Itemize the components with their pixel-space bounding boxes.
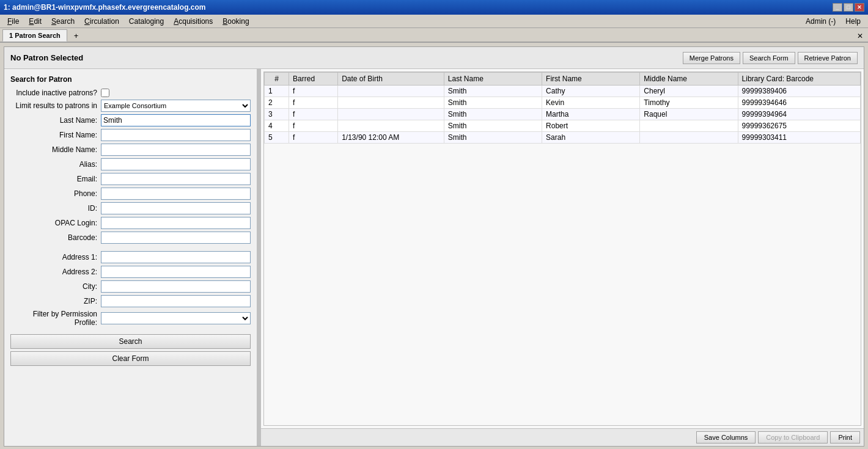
menu-help[interactable]: Help — [840, 16, 866, 27]
header-buttons: Merge Patrons Search Form Retrieve Patro… — [683, 52, 858, 64]
cell-middlename — [640, 120, 738, 132]
permission-profile-row: Filter by Permission Profile: — [10, 310, 251, 327]
last-name-label: Last Name: — [10, 116, 101, 125]
table-row[interactable]: 1fSmithCathyCheryl99999389406 — [265, 86, 861, 97]
table-row[interactable]: 2fSmithKevinTimothy99999394646 — [265, 97, 861, 109]
limit-results-select[interactable]: Example Consortium — [101, 100, 251, 112]
col-header-firstname: First Name — [542, 73, 640, 86]
city-label: City: — [10, 282, 101, 291]
menu-search[interactable]: Search — [46, 16, 79, 27]
middle-name-input[interactable] — [101, 144, 251, 156]
menu-cataloging[interactable]: Cataloging — [124, 16, 169, 27]
permission-profile-label: Filter by Permission Profile: — [10, 310, 101, 327]
alias-input[interactable] — [101, 158, 251, 170]
cell-dob — [338, 120, 444, 132]
cell-barcode: 99999394646 — [738, 97, 860, 109]
city-input[interactable] — [101, 280, 251, 293]
cell-middlename: Timothy — [640, 97, 738, 109]
print-button[interactable]: Print — [830, 431, 860, 444]
clear-form-button[interactable]: Clear Form — [10, 351, 251, 366]
phone-label: Phone: — [10, 189, 101, 198]
cell-dob — [338, 97, 444, 109]
col-header-dob: Date of Birth — [338, 73, 444, 86]
zip-row: ZIP: — [10, 295, 251, 307]
middle-name-row: Middle Name: — [10, 144, 251, 156]
save-columns-button[interactable]: Save Columns — [696, 431, 756, 444]
opac-login-input[interactable] — [101, 217, 251, 229]
menu-booking[interactable]: Booking — [218, 16, 254, 27]
cell-barcode: 99999362675 — [738, 120, 860, 132]
email-label: Email: — [10, 175, 101, 183]
table-row[interactable]: 4fSmithRobert99999362675 — [265, 120, 861, 132]
close-button[interactable]: ✕ — [855, 3, 864, 12]
merge-patrons-button[interactable]: Merge Patrons — [683, 52, 740, 64]
first-name-input[interactable] — [101, 129, 251, 141]
zip-label: ZIP: — [10, 297, 101, 305]
cell-barcode: 99999394964 — [738, 109, 860, 120]
barcode-row: Barcode: — [10, 232, 251, 244]
address2-row: Address 2: — [10, 266, 251, 278]
cell-num: 3 — [265, 109, 289, 120]
cell-lastname: Smith — [444, 120, 542, 132]
permission-profile-select[interactable] — [101, 312, 251, 324]
cell-num: 4 — [265, 120, 289, 132]
menu-acquisitions[interactable]: Acquisitions — [169, 16, 218, 27]
alias-row: Alias: — [10, 158, 251, 170]
first-name-row: First Name: — [10, 129, 251, 141]
tab-bar: 1 Patron Search + ✕ — [0, 28, 868, 43]
minimize-button[interactable]: _ — [833, 3, 842, 12]
col-header-barred: Barred — [289, 73, 338, 86]
search-form-button[interactable]: Search Form — [743, 52, 795, 64]
cell-lastname: Smith — [444, 86, 542, 97]
barcode-input[interactable] — [101, 232, 251, 244]
table-row[interactable]: 3fSmithMarthaRaquel99999394964 — [265, 109, 861, 120]
cell-middlename — [640, 132, 738, 144]
menu-admin[interactable]: Admin (-) — [801, 16, 840, 27]
tab-add-button[interactable]: + — [70, 29, 83, 42]
cell-num: 2 — [265, 97, 289, 109]
title-controls: _ □ ✕ — [833, 3, 864, 12]
cell-num: 5 — [265, 132, 289, 144]
cell-barred: f — [289, 97, 338, 109]
zip-input[interactable] — [101, 295, 251, 307]
cell-dob: 1/13/90 12:00 AM — [338, 132, 444, 144]
copy-to-clipboard-button[interactable]: Copy to Clipboard — [758, 431, 828, 444]
address1-row: Address 1: — [10, 251, 251, 263]
address1-input[interactable] — [101, 251, 251, 263]
patron-header: No Patron Selected Merge Patrons Search … — [4, 47, 864, 69]
retrieve-patron-button[interactable]: Retrieve Patron — [798, 52, 858, 64]
include-inactive-checkbox[interactable] — [101, 89, 109, 97]
limit-results-row: Limit results to patrons in Example Cons… — [10, 100, 251, 112]
results-panel: # Barred Date of Birth Last Name First N… — [261, 69, 864, 446]
menu-file[interactable]: File — [2, 16, 24, 27]
city-row: City: — [10, 280, 251, 293]
address2-label: Address 2: — [10, 268, 101, 276]
maximize-button[interactable]: □ — [844, 3, 853, 12]
tab-patron-search-label: 1 Patron Search — [9, 32, 61, 39]
col-header-middlename: Middle Name — [640, 73, 738, 86]
menu-bar: File Edit Search Circulation Cataloging … — [0, 15, 868, 28]
tab-close-button[interactable]: ✕ — [855, 31, 866, 42]
search-button[interactable]: Search — [10, 334, 251, 349]
cell-middlename: Raquel — [640, 109, 738, 120]
include-inactive-row: Include inactive patrons? — [10, 89, 251, 97]
id-input[interactable] — [101, 202, 251, 214]
address2-input[interactable] — [101, 266, 251, 278]
cell-num: 1 — [265, 86, 289, 97]
include-inactive-label: Include inactive patrons? — [10, 89, 101, 97]
cell-middlename: Cheryl — [640, 86, 738, 97]
email-row: Email: — [10, 173, 251, 185]
alias-label: Alias: — [10, 160, 101, 169]
tab-patron-search[interactable]: 1 Patron Search — [2, 29, 67, 42]
cell-firstname: Martha — [542, 109, 640, 120]
table-row[interactable]: 5f1/13/90 12:00 AMSmithSarah99999303411 — [265, 132, 861, 144]
menu-circulation[interactable]: Circulation — [79, 16, 124, 27]
cell-barcode: 99999389406 — [738, 86, 860, 97]
last-name-input[interactable] — [101, 114, 251, 126]
email-input[interactable] — [101, 173, 251, 185]
patron-status: No Patron Selected — [10, 53, 683, 62]
menu-edit[interactable]: Edit — [24, 16, 46, 27]
cell-barred: f — [289, 120, 338, 132]
phone-input[interactable] — [101, 188, 251, 200]
cell-dob — [338, 86, 444, 97]
